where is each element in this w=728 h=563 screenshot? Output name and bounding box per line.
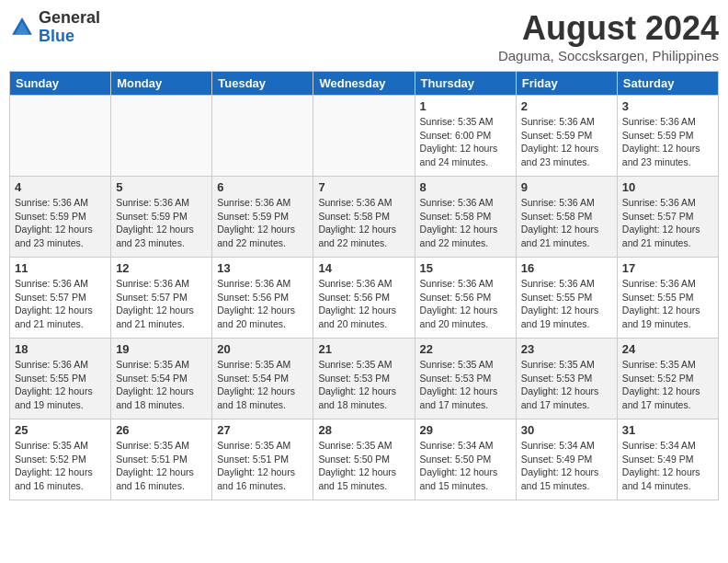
day-number: 4 [15, 180, 106, 194]
day-number: 14 [318, 261, 409, 275]
month-year-title: August 2024 [498, 9, 719, 48]
day-info: Sunrise: 5:36 AM Sunset: 5:57 PM Dayligh… [622, 196, 713, 250]
calendar-week-row: 11Sunrise: 5:36 AM Sunset: 5:57 PM Dayli… [10, 258, 719, 339]
day-info: Sunrise: 5:36 AM Sunset: 5:58 PM Dayligh… [318, 196, 409, 250]
day-number: 10 [622, 180, 713, 194]
calendar-week-row: 25Sunrise: 5:35 AM Sunset: 5:52 PM Dayli… [10, 419, 719, 500]
calendar-table: SundayMondayTuesdayWednesdayThursdayFrid… [9, 71, 719, 500]
day-info: Sunrise: 5:35 AM Sunset: 5:51 PM Dayligh… [217, 439, 308, 493]
day-number: 15 [420, 261, 511, 275]
calendar-cell: 17Sunrise: 5:36 AM Sunset: 5:55 PM Dayli… [617, 258, 718, 339]
day-number: 23 [521, 342, 612, 356]
calendar-cell: 20Sunrise: 5:35 AM Sunset: 5:54 PM Dayli… [212, 339, 313, 419]
day-info: Sunrise: 5:35 AM Sunset: 6:00 PM Dayligh… [420, 115, 511, 169]
calendar-cell: 28Sunrise: 5:35 AM Sunset: 5:50 PM Dayli… [313, 419, 415, 500]
day-number: 19 [116, 342, 207, 356]
calendar-cell [10, 96, 111, 177]
day-info: Sunrise: 5:35 AM Sunset: 5:54 PM Dayligh… [116, 358, 207, 412]
page-header: General Blue August 2024 Daguma, Soccsks… [9, 9, 719, 63]
day-info: Sunrise: 5:35 AM Sunset: 5:52 PM Dayligh… [15, 439, 106, 493]
day-info: Sunrise: 5:36 AM Sunset: 5:56 PM Dayligh… [318, 277, 409, 331]
calendar-cell [313, 96, 415, 177]
day-number: 22 [420, 342, 511, 356]
calendar-cell: 13Sunrise: 5:36 AM Sunset: 5:56 PM Dayli… [212, 258, 313, 339]
calendar-cell: 30Sunrise: 5:34 AM Sunset: 5:49 PM Dayli… [516, 419, 617, 500]
day-number: 16 [521, 261, 612, 275]
day-number: 24 [622, 342, 713, 356]
day-info: Sunrise: 5:35 AM Sunset: 5:54 PM Dayligh… [217, 358, 308, 412]
calendar-cell: 18Sunrise: 5:36 AM Sunset: 5:55 PM Dayli… [10, 339, 111, 419]
day-info: Sunrise: 5:36 AM Sunset: 5:59 PM Dayligh… [622, 115, 713, 169]
day-info: Sunrise: 5:36 AM Sunset: 5:58 PM Dayligh… [420, 196, 511, 250]
calendar-week-row: 1Sunrise: 5:35 AM Sunset: 6:00 PM Daylig… [10, 96, 719, 177]
logo: General Blue [9, 9, 100, 46]
day-number: 21 [318, 342, 409, 356]
day-number: 1 [420, 99, 511, 113]
day-info: Sunrise: 5:34 AM Sunset: 5:49 PM Dayligh… [521, 439, 612, 493]
day-number: 3 [622, 99, 713, 113]
day-number: 5 [116, 180, 207, 194]
calendar-cell: 9Sunrise: 5:36 AM Sunset: 5:58 PM Daylig… [516, 177, 617, 258]
calendar-cell: 7Sunrise: 5:36 AM Sunset: 5:58 PM Daylig… [313, 177, 415, 258]
day-number: 7 [318, 180, 409, 194]
day-number: 12 [116, 261, 207, 275]
day-number: 6 [217, 180, 308, 194]
calendar-cell: 26Sunrise: 5:35 AM Sunset: 5:51 PM Dayli… [111, 419, 212, 500]
day-info: Sunrise: 5:35 AM Sunset: 5:53 PM Dayligh… [318, 358, 409, 412]
day-info: Sunrise: 5:36 AM Sunset: 5:59 PM Dayligh… [15, 196, 106, 250]
calendar-cell: 21Sunrise: 5:35 AM Sunset: 5:53 PM Dayli… [313, 339, 415, 419]
day-info: Sunrise: 5:35 AM Sunset: 5:53 PM Dayligh… [420, 358, 511, 412]
calendar-cell: 11Sunrise: 5:36 AM Sunset: 5:57 PM Dayli… [10, 258, 111, 339]
weekday-header-row: SundayMondayTuesdayWednesdayThursdayFrid… [10, 72, 719, 96]
day-info: Sunrise: 5:35 AM Sunset: 5:53 PM Dayligh… [521, 358, 612, 412]
day-number: 28 [318, 423, 409, 437]
day-number: 30 [521, 423, 612, 437]
day-number: 2 [521, 99, 612, 113]
weekday-header-wednesday: Wednesday [313, 72, 415, 96]
calendar-cell: 12Sunrise: 5:36 AM Sunset: 5:57 PM Dayli… [111, 258, 212, 339]
day-info: Sunrise: 5:36 AM Sunset: 5:55 PM Dayligh… [521, 277, 612, 331]
day-info: Sunrise: 5:36 AM Sunset: 5:58 PM Dayligh… [521, 196, 612, 250]
day-info: Sunrise: 5:34 AM Sunset: 5:49 PM Dayligh… [622, 439, 713, 493]
calendar-cell: 24Sunrise: 5:35 AM Sunset: 5:52 PM Dayli… [617, 339, 718, 419]
day-info: Sunrise: 5:36 AM Sunset: 5:57 PM Dayligh… [116, 277, 207, 331]
day-info: Sunrise: 5:35 AM Sunset: 5:52 PM Dayligh… [622, 358, 713, 412]
calendar-week-row: 4Sunrise: 5:36 AM Sunset: 5:59 PM Daylig… [10, 177, 719, 258]
day-number: 31 [622, 423, 713, 437]
calendar-cell: 23Sunrise: 5:35 AM Sunset: 5:53 PM Dayli… [516, 339, 617, 419]
calendar-cell: 31Sunrise: 5:34 AM Sunset: 5:49 PM Dayli… [617, 419, 718, 500]
calendar-cell: 8Sunrise: 5:36 AM Sunset: 5:58 PM Daylig… [415, 177, 516, 258]
weekday-header-saturday: Saturday [617, 72, 718, 96]
calendar-week-row: 18Sunrise: 5:36 AM Sunset: 5:55 PM Dayli… [10, 339, 719, 419]
weekday-header-sunday: Sunday [10, 72, 111, 96]
day-number: 11 [15, 261, 106, 275]
calendar-cell: 4Sunrise: 5:36 AM Sunset: 5:59 PM Daylig… [10, 177, 111, 258]
day-number: 18 [15, 342, 106, 356]
calendar-cell: 3Sunrise: 5:36 AM Sunset: 5:59 PM Daylig… [617, 96, 718, 177]
logo-general-text: General [39, 9, 100, 28]
day-info: Sunrise: 5:36 AM Sunset: 5:56 PM Dayligh… [420, 277, 511, 331]
day-info: Sunrise: 5:36 AM Sunset: 5:55 PM Dayligh… [15, 358, 106, 412]
title-block: August 2024 Daguma, Soccsksargen, Philip… [498, 9, 719, 63]
calendar-cell: 27Sunrise: 5:35 AM Sunset: 5:51 PM Dayli… [212, 419, 313, 500]
calendar-cell: 15Sunrise: 5:36 AM Sunset: 5:56 PM Dayli… [415, 258, 516, 339]
weekday-header-tuesday: Tuesday [212, 72, 313, 96]
weekday-header-friday: Friday [516, 72, 617, 96]
day-number: 27 [217, 423, 308, 437]
day-number: 26 [116, 423, 207, 437]
calendar-cell: 22Sunrise: 5:35 AM Sunset: 5:53 PM Dayli… [415, 339, 516, 419]
day-info: Sunrise: 5:36 AM Sunset: 5:55 PM Dayligh… [622, 277, 713, 331]
calendar-cell: 2Sunrise: 5:36 AM Sunset: 5:59 PM Daylig… [516, 96, 617, 177]
calendar-cell: 6Sunrise: 5:36 AM Sunset: 5:59 PM Daylig… [212, 177, 313, 258]
calendar-cell: 14Sunrise: 5:36 AM Sunset: 5:56 PM Dayli… [313, 258, 415, 339]
day-info: Sunrise: 5:36 AM Sunset: 5:57 PM Dayligh… [15, 277, 106, 331]
day-number: 9 [521, 180, 612, 194]
logo-blue-text: Blue [39, 28, 100, 46]
day-number: 17 [622, 261, 713, 275]
day-number: 13 [217, 261, 308, 275]
day-info: Sunrise: 5:36 AM Sunset: 5:59 PM Dayligh… [217, 196, 308, 250]
day-number: 25 [15, 423, 106, 437]
location-subtitle: Daguma, Soccsksargen, Philippines [498, 48, 719, 63]
day-info: Sunrise: 5:34 AM Sunset: 5:50 PM Dayligh… [420, 439, 511, 493]
calendar-cell: 19Sunrise: 5:35 AM Sunset: 5:54 PM Dayli… [111, 339, 212, 419]
